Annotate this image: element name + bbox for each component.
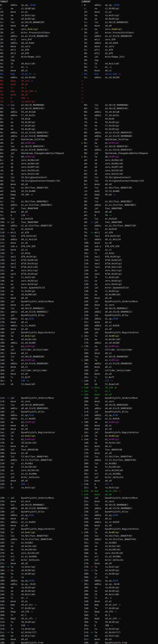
asm-line-right: 1f8: lui t3,%hi(func_80A87F44) (81, 455, 133, 458)
asm-row: 264: lui a1,0x3db2 25c: lui a1,0x3db2 (0, 541, 158, 544)
asm-row: 220: jal Actor_SetScale 210: jal Actor_S… (0, 476, 158, 479)
asm-line-right: 238: jal DynaPolyInfo_Alloc (81, 510, 129, 514)
asm-line-left: 2a4: li at,-1 (0, 596, 28, 600)
asm-line-right: 2bc: b 308 ~> (81, 624, 113, 627)
asm-line-left: 27c: move a0,s0 (0, 562, 28, 565)
asm-line-right: > 224: move a0,s0 (81, 493, 112, 496)
asm-row: 294: addiu sp,sp,-0x18 28c: addiu sp,sp,… (0, 582, 158, 586)
asm-line-right: 29c: li at,-1 (81, 596, 112, 600)
asm-row: 68: li at,1< (0, 86, 158, 90)
asm-row: f8: move a0,s0 dc: move a0,s0 (0, 210, 158, 214)
asm-row: 27c: move a0,s0 274: move a0,s0 (0, 562, 158, 565)
asm-row: 168: lui a0,%hi(D_06000A1C) 14c: lui a0,… (0, 307, 158, 310)
asm-rows-container: 8: addiu sp,sp,-0x58i 8: addiu sp,sp,-0x… (0, 4, 158, 644)
target-column-header: TARGET (0, 0, 8, 4)
asm-line-right: ec: addiu a1,a1,%lo(func_80A87C30) (81, 224, 136, 228)
asm-row: cc: sb zero,0x311(s0) b0: sb zero,0x311(… (0, 172, 158, 176)
asm-line-left: 110: ~> mtc1 at,$f6 (0, 231, 29, 234)
asm-line-right: 2c4: ~> lw a2,0x14c(t7) (81, 631, 121, 634)
asm-row: > 1a8: ~> bnez v0,220 ~> (0, 386, 158, 390)
asm-line-left: 34: addiu a0,s0,0xb4 (0, 41, 34, 45)
asm-line-right: 1f0: jal func_8003ECA8 (81, 448, 122, 452)
asm-line-left: 9c: addiu a3,a3,%lo(D_06001F4C) (0, 131, 48, 134)
asm-line-left: a8: sw a1,0x44(sp) (0, 141, 35, 145)
asm-row: 2d4: move a0,a3 2cc: move a0,a3 (0, 638, 158, 641)
asm-line-left: 2c4: b 310 ~> (0, 624, 29, 627)
asm-row: 234: move a1,zero 22c: move a1,zero (0, 500, 158, 503)
asm-row: 224: move a0,s0 214: move a0,s0 (0, 479, 158, 482)
asm-line-left: 134: swc1 $f10,0x14(sp) (0, 262, 38, 266)
asm-line-right: 208: sw zero,0x134(s0) (81, 469, 123, 472)
asm-line-right: 20c: ori a1,a1,0x2d0e (81, 472, 121, 476)
asm-line-right: > 220: ~> bne v0,at,278 ~> (81, 490, 121, 493)
asm-line-right: bc: move a0,s0 (81, 183, 112, 186)
asm-row: 214: sw t3,0x130(s0) 204: sw t3,0x130(s0… (0, 465, 158, 469)
asm-row: 210: lui a1,0x3db2 200: lui a1,0x3db2 (0, 462, 158, 465)
asm-line-left: 60: beqz v0,1c4 ~> (0, 79, 33, 83)
asm-line-left: 194: sw a1,0x44(sp) (0, 345, 35, 348)
asm-row: 2cc: ~> lw a2,0x14c(t7) 2c4: ~> lw a2,0x… (0, 631, 158, 634)
asm-row: 3c: mfc1 a1,$f0 3c: mfc1 a1,$f0 (0, 48, 158, 52)
current-column-header: CURRENT (81, 0, 91, 4)
asm-line-right: cc: nop (81, 196, 98, 200)
asm-row: > 220: ~> bne v0,at,278 ~> (0, 490, 158, 493)
asm-line-left: 1f0: lw a3,0x4c(sp) (0, 434, 35, 438)
asm-line-left: 154: sw t1,0x20(sp) (0, 290, 35, 293)
asm-row: 24: sw zero,0x4c(sp)s 24: sw zero,0x48(s… (0, 28, 158, 31)
asm-line-left: 1b8: li t2,0xff (0, 376, 30, 379)
asm-row: 28c: jr ra 284: jr ra (0, 576, 158, 579)
asm-line-right: 1c: lui a1,%hi(D_80A88CE0) (81, 21, 129, 24)
asm-line-left: c0: sb zero,0x30e(s0) (0, 162, 39, 166)
asm-line-right: 22c: move a1,zero (81, 500, 114, 503)
asm-line-right: s 1e4: lw a1,0x40(sp) (81, 438, 120, 441)
asm-line-right: s 24: sw zero,0x48(sp) (81, 28, 122, 31)
asm-line-right: 1a4: sb t2,0xae(s0) (81, 382, 120, 386)
asm-line-left: 1cc: lui a0,%hi(D_06001830) (0, 403, 45, 407)
asm-line-right: i 23c: addiu a1,sp,0x48 (81, 514, 118, 517)
asm-line-left: 40: mfc1 a3,$f0 (0, 52, 29, 55)
asm-row: 270: sw zero,0x134(s0) 268: sw zero,0x13… (0, 552, 158, 555)
asm-line-left: 6c: beq v0,at,230 ~> (0, 90, 37, 93)
diff-header-row: TARGET CURRENT (0, 0, 158, 4)
asm-line-left: 260: addiu t4,t4,%lo(func_80A87F44) (0, 538, 52, 541)
asm-line-left: 138: lwc1 $f16,0x2c(s0) (0, 266, 38, 269)
asm-line-left: c4: sb zero,0x30f(s0) (0, 166, 39, 169)
asm-row: 1f8: sw v0,0x14c(s0) 1e8: sw v0,0x14c(s0… (0, 441, 158, 445)
asm-line-left: 2b8: li at,1 (0, 614, 26, 617)
asm-line-right: 104: sub.s $f8,$f4,$f6 (81, 245, 120, 248)
asm-line-right: b4: lui t9,%hi(gSaveContext) (81, 176, 131, 179)
asm-row: 190: addiu a1,s0,0x2b0 174: addiu a1,s0,… (0, 341, 158, 345)
asm-line-left: 2ac: beq v0,at,2cc ~> (0, 603, 37, 607)
asm-line-right: 38: move a2,zero (81, 45, 114, 48)
asm-row: 30: mtc1 zero,$f0 30: mtc1 zero,$f0 (0, 38, 158, 41)
asm-row: 64: move a0,s0< (0, 83, 158, 86)
asm-line-left: b8: lw a0,0x44(sp) (0, 155, 35, 158)
asm-line-right: f8: lwc1 $f4,0x24(s0) (81, 234, 121, 238)
asm-row: d4: lhu t9,%lo(gSaveContext+0xeda)(t9) b… (0, 179, 158, 183)
asm-line-right: c: sw s1,0x38(sp) (81, 7, 120, 10)
asm-row: 2d0: sw a3,0x1c(sp) 2c8: sw a3,0x1c(sp) (0, 634, 158, 638)
asm-line-left: e0: andi t0,t9,0x400 (0, 190, 35, 193)
asm-line-left: 24c: addiu a1,s1,0x810 (0, 520, 35, 524)
asm-line-left: b0: addiu a1,a1,%lo(D_06001F4C) (0, 148, 48, 152)
asm-line-left: 70: move a0,s0 (0, 93, 28, 96)
asm-line-left: 248: move a0,s1 (0, 517, 28, 520)
asm-line-right: 148: move a1,zero (81, 303, 114, 307)
asm-line-right: i 8: addiu sp,sp,-0x50 (81, 4, 120, 7)
asm-row: 1c4: ~> jal DynaPolyInfo_SetActorMove 1b… (0, 396, 158, 400)
asm-row: 274: ori a1,a1,0x2d0e 26c: ori a1,a1,0x2… (0, 555, 158, 558)
asm-row: 260: addiu t4,t4,%lo(func_80A87F44) 258:… (0, 538, 158, 541)
asm-line-left: 174: addiu a1,sp,0x4c (0, 317, 34, 320)
asm-row: f0: addiu a1,a1,%lo(func_80A87BEC) d4: a… (0, 203, 158, 207)
asm-line-left: 140: swc1 $f16,0x18(sp) (0, 272, 38, 276)
asm-line-left: 210: lui a1,0x3db2 (0, 462, 33, 465)
asm-diff-view: TARGET CURRENT 8: addiu sp,sp,-0x58i 8: … (0, 0, 158, 644)
asm-line-right: 114: lwc1 $f10,0x28(s0) (81, 258, 122, 262)
asm-line-right: 2ac: beqz v0,2f0 ~> (81, 610, 117, 614)
asm-line-left: 144: lh t1,0x32(s0) (0, 276, 35, 279)
asm-line-left: 54: move a0,s1 (0, 69, 28, 72)
asm-line-left: 130: lwc1 $f10,0x28(s0) (0, 258, 38, 262)
asm-line-left: 1e8: move a2,s0 (0, 428, 28, 431)
asm-line-right: 1fc: addiu t3,t3,%lo(func_80A87F44) (81, 458, 136, 462)
asm-line-left: 208: lui t3,%hi(func_80A87F44) (0, 455, 48, 458)
